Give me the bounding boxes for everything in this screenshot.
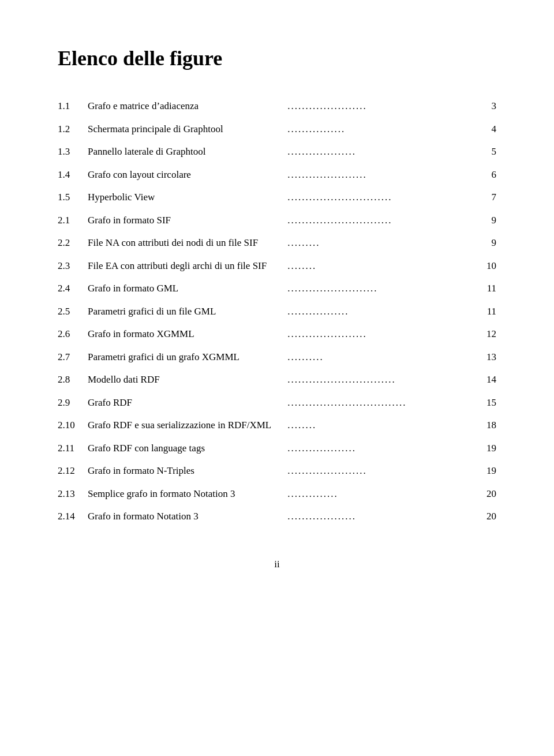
toc-item: 2.8 Modello dati RDF ...................…: [58, 372, 496, 387]
toc-label: Pannello laterale di Graphtool: [88, 144, 284, 159]
toc-number: 2.10: [58, 418, 88, 433]
toc-dots: ..............: [284, 486, 342, 501]
toc-page: 20: [480, 486, 496, 501]
toc-label: Semplice grafo in formato Notation 3: [88, 486, 284, 501]
toc-label: Grafo con layout circolare: [88, 167, 284, 182]
toc-dots: ......................: [284, 99, 370, 114]
toc-page: 3: [480, 99, 496, 114]
toc-label: Grafo RDF e sua serializzazione in RDF/X…: [88, 418, 284, 433]
toc-page: 15: [480, 395, 496, 410]
toc-page: 10: [480, 259, 496, 274]
toc-item: 2.11 Grafo RDF con language tags .......…: [58, 441, 496, 456]
toc-number: 2.7: [58, 350, 88, 365]
toc-dots: ................: [284, 122, 349, 137]
toc-number: 1.5: [58, 190, 88, 205]
toc-list: 1.1 Grafo e matrice d’adiacenza ........…: [58, 99, 496, 524]
toc-label: Grafo in formato Notation 3: [88, 509, 284, 524]
toc-label: Schermata principale di Graphtool: [88, 122, 284, 137]
toc-label: Parametri grafici di un grafo XGMML: [88, 350, 284, 365]
toc-item: 2.3 File EA con attributi degli archi di…: [58, 259, 496, 274]
toc-page: 19: [480, 463, 496, 478]
toc-page: 19: [480, 441, 496, 456]
toc-number: 1.4: [58, 167, 88, 182]
toc-dots: ......................: [284, 167, 370, 182]
toc-page: 7: [480, 190, 496, 205]
toc-item: 2.14 Grafo in formato Notation 3 .......…: [58, 509, 496, 524]
toc-number: 1.3: [58, 144, 88, 159]
toc-number: 2.9: [58, 395, 88, 410]
toc-dots: ......................: [284, 327, 370, 342]
toc-number: 2.11: [58, 441, 88, 456]
toc-dots: ...................: [284, 144, 360, 159]
toc-page: 5: [480, 144, 496, 159]
toc-number: 1.1: [58, 99, 88, 114]
toc-dots: ........: [284, 418, 320, 433]
toc-dots: ..............................: [284, 372, 399, 387]
toc-page: 13: [480, 350, 496, 365]
toc-item: 2.5 Parametri grafici di un file GML ...…: [58, 304, 496, 319]
toc-label: File NA con attributi dei nodi di un fil…: [88, 235, 284, 250]
toc-number: 2.12: [58, 463, 88, 478]
toc-item: 1.1 Grafo e matrice d’adiacenza ........…: [58, 99, 496, 114]
toc-page: 11: [480, 304, 496, 319]
toc-dots: ...................: [284, 441, 360, 456]
toc-dots: ...................: [284, 509, 360, 524]
toc-dots: .................................: [284, 395, 410, 410]
toc-label: Modello dati RDF: [88, 372, 284, 387]
toc-page: 6: [480, 167, 496, 182]
toc-page: 9: [480, 213, 496, 228]
toc-label: Parametri grafici di un file GML: [88, 304, 284, 319]
toc-dots: .................: [284, 304, 353, 319]
toc-item: 1.5 Hyperbolic View ....................…: [58, 190, 496, 205]
toc-dots: .............................: [284, 190, 396, 205]
toc-item: 2.9 Grafo RDF ..........................…: [58, 395, 496, 410]
toc-label: Grafo RDF: [88, 395, 284, 410]
toc-item: 2.1 Grafo in formato SIF ...............…: [58, 213, 496, 228]
toc-label: Grafo in formato GML: [88, 281, 284, 296]
toc-number: 1.2: [58, 122, 88, 137]
toc-number: 2.2: [58, 235, 88, 250]
toc-number: 2.13: [58, 486, 88, 501]
toc-item: 2.12 Grafo in formato N-Triples ........…: [58, 463, 496, 478]
toc-page: 11: [480, 281, 496, 296]
toc-dots: .............................: [284, 213, 396, 228]
page-title: Elenco delle figure: [58, 46, 496, 71]
toc-item: 2.7 Parametri grafici di un grafo XGMML …: [58, 350, 496, 365]
page-footer: ii: [58, 559, 496, 570]
toc-label: Grafo in formato XGMML: [88, 327, 284, 342]
toc-page: 20: [480, 509, 496, 524]
toc-item: 1.3 Pannello laterale di Graphtool .....…: [58, 144, 496, 159]
toc-number: 2.6: [58, 327, 88, 342]
toc-item: 2.2 File NA con attributi dei nodi di un…: [58, 235, 496, 250]
toc-page: 14: [480, 372, 496, 387]
toc-number: 2.14: [58, 509, 88, 524]
toc-number: 2.5: [58, 304, 88, 319]
toc-number: 2.3: [58, 259, 88, 274]
toc-label: Grafo in formato SIF: [88, 213, 284, 228]
toc-label: Grafo RDF con language tags: [88, 441, 284, 456]
toc-dots: ..........: [284, 350, 327, 365]
toc-label: File EA con attributi degli archi di un …: [88, 259, 284, 274]
toc-number: 2.1: [58, 213, 88, 228]
toc-dots: .........: [284, 235, 324, 250]
toc-label: Hyperbolic View: [88, 190, 284, 205]
toc-item: 2.4 Grafo in formato GML ...............…: [58, 281, 496, 296]
toc-page: 4: [480, 122, 496, 137]
toc-page: 9: [480, 235, 496, 250]
toc-item: 1.2 Schermata principale di Graphtool ..…: [58, 122, 496, 137]
toc-dots: ......................: [284, 463, 370, 478]
toc-number: 2.8: [58, 372, 88, 387]
toc-page: 18: [480, 418, 496, 433]
toc-item: 1.4 Grafo con layout circolare .........…: [58, 167, 496, 182]
toc-dots: ........: [284, 259, 320, 274]
toc-label: Grafo in formato N-Triples: [88, 463, 284, 478]
toc-item: 2.10 Grafo RDF e sua serializzazione in …: [58, 418, 496, 433]
toc-dots: .........................: [284, 281, 381, 296]
toc-page: 12: [480, 327, 496, 342]
toc-item: 2.13 Semplice grafo in formato Notation …: [58, 486, 496, 501]
toc-item: 2.6 Grafo in formato XGMML .............…: [58, 327, 496, 342]
toc-number: 2.4: [58, 281, 88, 296]
toc-label: Grafo e matrice d’adiacenza: [88, 99, 284, 114]
